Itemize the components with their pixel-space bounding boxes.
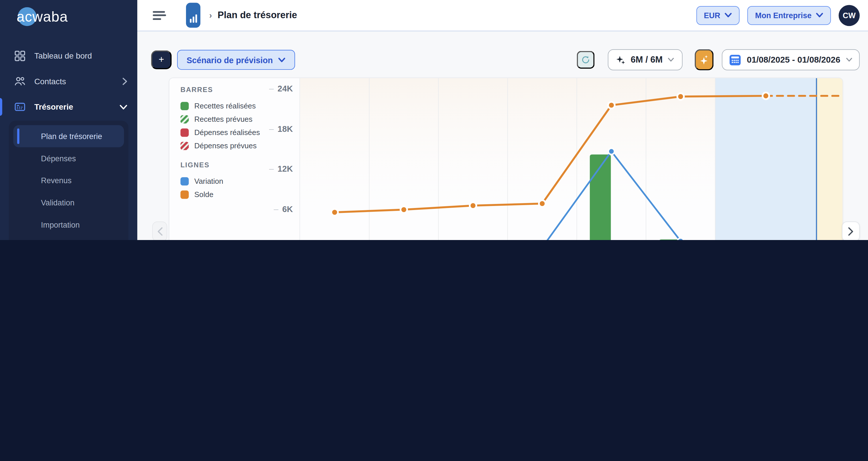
legend-swatch-icon [181,128,189,136]
logo-text: acwaba [17,8,68,25]
submenu-item-plan-de-tresorerie[interactable]: Plan de trésorerie [13,125,124,147]
scenario-selector[interactable]: Scénario de prévision [177,50,295,70]
submenu-tresorerie: Plan de trésorerieDépensesRevenusValidat… [9,121,129,240]
refresh-button[interactable] [577,51,595,69]
sidebar-item-contacts[interactable]: Contacts [0,69,137,94]
refresh-icon [581,55,590,65]
cashflow-card: BARRES Recettes réalisées Recettes prévu… [169,78,843,240]
app-logo[interactable]: acwaba [17,4,68,29]
sparkles-icon [699,54,709,65]
app-window: acwaba Tableau de bord Contacts Trésorer… [0,0,868,240]
legend-swatch-icon [181,190,189,198]
chevron-down-icon [120,104,127,109]
legend-swatch-icon [181,141,189,150]
chevron-down-icon [668,58,674,62]
wallet-card-icon [14,101,25,112]
legend-swatch-icon [181,177,189,185]
period-selector[interactable]: 6M / 6M [608,49,683,70]
period-label: 6M / 6M [631,55,663,65]
sidebar: acwaba Tableau de bord Contacts Trésorer… [0,0,137,240]
currency-label: EUR [704,11,720,20]
chevron-left-icon [157,227,162,236]
scroll-left-button[interactable] [152,221,167,240]
y-axis-tick: –24K [269,84,293,93]
grid-icon [14,51,25,61]
chevron-down-icon [725,13,732,18]
sidebar-nav: Tableau de bord Contacts TrésoreriePlan … [0,43,137,240]
sparkle-icon [616,55,626,65]
legend-swatch-icon [181,115,189,123]
menu-toggle-icon[interactable] [153,11,166,20]
legend-item-depenses-prevues[interactable]: Dépenses prévues [181,139,300,152]
chevron-down-icon [816,13,823,18]
add-scenario-button[interactable]: + [151,51,172,69]
legend-item-variation[interactable]: Variation [181,175,300,188]
chart-plot[interactable]: Aout2025 Sept.2025 Oct.2025 Nov.2025 Dec… [300,78,842,240]
breadcrumb-chart-icon[interactable] [186,3,200,28]
chevron-down-icon [846,58,852,62]
company-selector[interactable]: Mon Entreprise [747,6,831,25]
company-label: Mon Entreprise [755,11,812,20]
date-range-label: 01/08/2025 - 01/08/2026 [747,55,840,65]
date-range-selector[interactable]: 01/08/2025 - 01/08/2026 [722,49,860,70]
main-content: + Scénario de prévision 6M / 6M [137,31,868,240]
sidebar-item-tresorerie[interactable]: Trésorerie [0,94,137,119]
legend-swatch-icon [181,101,189,110]
y-axis-tick: –18K [269,124,293,133]
page-title: Plan de trésorerie [217,10,297,21]
top-header: › Plan de trésorerie EUR Mon Entreprise … [137,0,868,31]
users-icon [14,76,25,87]
toolbar: + Scénario de prévision 6M / 6M [151,49,860,70]
chevron-right-icon [122,78,127,85]
submenu-item-configuration[interactable]: Configuration [13,236,124,240]
legend-item-recettes-realisees[interactable]: Recettes réalisées [181,99,300,113]
submenu-item-validation[interactable]: Validation [13,191,124,214]
sidebar-item-tableau-de-bord[interactable]: Tableau de bord [0,43,137,69]
currency-selector[interactable]: EUR [696,6,740,25]
submenu-item-importation[interactable]: Importation [13,214,124,236]
y-axis-tick: –6K [274,204,293,213]
ai-magic-button[interactable] [695,49,713,70]
chart-band: BARRES Recettes réalisées Recettes prévu… [169,78,842,240]
submenu-item-revenus[interactable]: Revenus [13,170,124,191]
scenario-label: Scénario de prévision [187,55,273,65]
breadcrumb-separator: › [209,10,212,20]
chevron-right-icon [848,227,854,236]
chart-legend-panel: BARRES Recettes réalisées Recettes prévu… [169,78,300,240]
user-avatar[interactable]: CW [839,5,860,26]
chevron-down-icon [278,57,285,62]
scroll-right-button[interactable] [842,221,860,240]
legend-item-solde[interactable]: Solde [181,188,300,201]
calendar-icon [729,54,741,66]
y-axis-tick: –12K [269,164,293,173]
submenu-item-depenses[interactable]: Dépenses [13,147,124,170]
